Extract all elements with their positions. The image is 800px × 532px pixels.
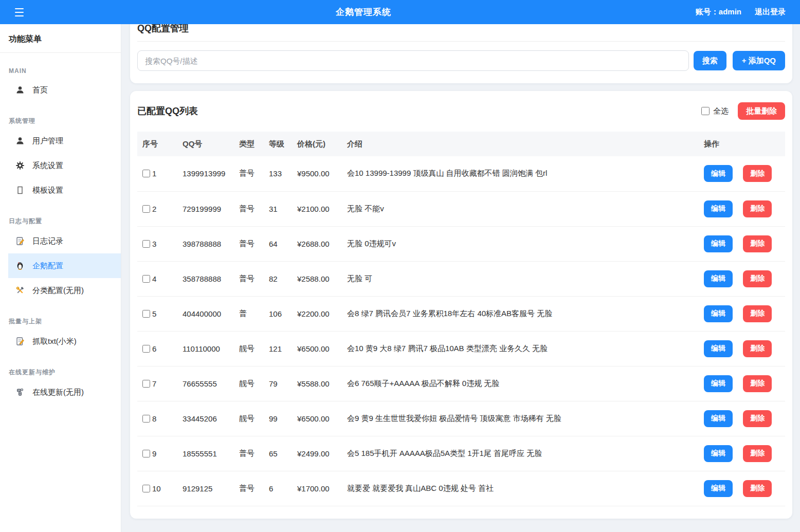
- edit-button[interactable]: 编辑: [704, 375, 733, 392]
- col-qq: QQ号: [177, 132, 234, 156]
- row-index: 10: [152, 484, 161, 493]
- delete-button[interactable]: 删除: [743, 270, 772, 287]
- qq-type: 靓号: [234, 401, 264, 436]
- delete-button[interactable]: 删除: [743, 410, 772, 427]
- sidebar-item-log-records[interactable]: 日志记录: [8, 229, 121, 253]
- qq-list-card: 已配置QQ列表 全选 批量删除 序号 QQ号 类型 等级 价: [130, 91, 792, 519]
- qq-type: 普号: [234, 156, 264, 191]
- edit-button[interactable]: 编辑: [704, 410, 733, 427]
- sidebar-item-settings[interactable]: 系统设置: [8, 153, 121, 178]
- add-qq-button[interactable]: + 添加QQ: [733, 51, 785, 70]
- qq-price: ¥2588.00: [292, 261, 342, 296]
- row-checkbox[interactable]: [142, 345, 150, 353]
- select-all-checkbox[interactable]: [701, 107, 710, 115]
- search-input[interactable]: [137, 50, 689, 71]
- qq-level: 82: [264, 261, 292, 296]
- delete-button[interactable]: 删除: [743, 200, 772, 217]
- qq-description: 会6 765顺子+AAAAA 极品不解释 0违规 无脸: [342, 366, 699, 401]
- logout-link[interactable]: 退出登录: [755, 7, 786, 17]
- row-index: 5: [152, 309, 156, 318]
- qq-level: 106: [264, 296, 292, 331]
- row-checkbox[interactable]: [142, 380, 150, 388]
- row-checkbox[interactable]: [142, 170, 150, 177]
- sidebar-item-template[interactable]: 模板设置: [8, 178, 121, 203]
- sidebar-title: 功能菜单: [0, 24, 121, 53]
- menu-toggle-button[interactable]: [7, 4, 31, 21]
- sidebar-item-category-config[interactable]: 分类配置(无用): [8, 278, 121, 303]
- row-checkbox[interactable]: [142, 240, 150, 248]
- row-checkbox[interactable]: [142, 205, 150, 213]
- edit-button[interactable]: 编辑: [704, 200, 733, 217]
- bulk-delete-button[interactable]: 批量删除: [738, 102, 785, 120]
- delete-button[interactable]: 删除: [743, 165, 772, 182]
- sidebar-item-label: 分类配置(无用): [32, 286, 84, 296]
- qq-price: ¥9500.00: [292, 156, 342, 191]
- qq-price: ¥2499.00: [292, 436, 342, 471]
- qq-type: 普号: [234, 226, 264, 261]
- delete-button[interactable]: 删除: [743, 340, 772, 357]
- qq-level: 64: [264, 226, 292, 261]
- qq-number: 9129125: [177, 471, 234, 506]
- edit-button[interactable]: 编辑: [704, 445, 733, 462]
- sidebar-item-label: 用户管理: [32, 136, 63, 146]
- delete-button[interactable]: 删除: [743, 480, 772, 497]
- table-row: 10 9129125 普号 6 ¥1700.00 就要爱 就要爱我 真山ABC …: [137, 471, 785, 506]
- sidebar-section-batch: 批量与上架: [0, 317, 121, 326]
- qq-description: 无脸 可: [342, 261, 699, 296]
- qq-description: 就要爱 就要爱我 真山ABC 0违规 处号 首社: [342, 471, 699, 506]
- table-row: 7 76655555 靓号 79 ¥5588.00 会6 765顺子+AAAAA…: [137, 366, 785, 401]
- qq-type: 靓号: [234, 366, 264, 401]
- row-checkbox[interactable]: [142, 450, 150, 457]
- sidebar-item-label: 首页: [32, 85, 48, 95]
- edit-button[interactable]: 编辑: [704, 305, 733, 322]
- qq-level: 121: [264, 331, 292, 366]
- row-checkbox[interactable]: [142, 310, 150, 318]
- row-checkbox[interactable]: [142, 275, 150, 283]
- gear-icon: [15, 161, 25, 170]
- qq-number: 398788888: [177, 226, 234, 261]
- delete-button[interactable]: 删除: [743, 305, 772, 322]
- select-all-control[interactable]: 全选: [701, 106, 729, 116]
- table-row: 9 18555551 普号 65 ¥2499.00 会5 185手机开 AAAA…: [137, 436, 785, 471]
- delete-button[interactable]: 删除: [743, 375, 772, 392]
- template-icon: [15, 186, 25, 195]
- row-checkbox[interactable]: [142, 415, 150, 423]
- penguin-icon: [15, 261, 25, 270]
- qq-description: 会10 黄9 大8 绿7 腾讯7 极品10AB 类型漂亮 业务久久 无脸: [342, 331, 699, 366]
- sidebar-item-label: 在线更新(无用): [32, 388, 84, 397]
- sidebar-item-penguin-config[interactable]: 企鹅配置: [8, 253, 121, 278]
- edit-button[interactable]: 编辑: [704, 340, 733, 357]
- user-icon: [15, 136, 25, 145]
- table-row: 3 398788888 普号 64 ¥2688.00 无脸 0违规可v 编辑 删…: [137, 226, 785, 261]
- qq-type: 普: [234, 296, 264, 331]
- table-row: 1 1399913999 普号 133 ¥9500.00 会10 13999-1…: [137, 156, 785, 191]
- sidebar-section-update: 在线更新与维护: [0, 368, 121, 377]
- qq-level: 6: [264, 471, 292, 506]
- qq-description: 会10 13999-13999 顶级真山 自用收藏都不错 圆润饱满 包rl: [342, 156, 699, 191]
- qq-price: ¥6500.00: [292, 331, 342, 366]
- tools-icon: [15, 286, 25, 295]
- sidebar-item-label: 模板设置: [32, 186, 63, 195]
- row-checkbox[interactable]: [142, 485, 150, 492]
- sidebar-item-users[interactable]: 用户管理: [8, 129, 121, 153]
- sidebar-item-home[interactable]: 首页: [8, 78, 121, 102]
- qq-number: 1399913999: [177, 156, 234, 191]
- col-price: 价格(元): [292, 132, 342, 156]
- edit-button[interactable]: 编辑: [704, 165, 733, 182]
- edit-button[interactable]: 编辑: [704, 270, 733, 287]
- delete-button[interactable]: 删除: [743, 445, 772, 462]
- row-index: 7: [152, 379, 156, 388]
- qq-description: 会8 绿7 腾讯会员7 业务累积18年左右 40标准AB客服号 无脸: [342, 296, 699, 331]
- user-icon: [15, 85, 25, 95]
- sidebar-item-grab-txt[interactable]: 抓取txt(小米): [8, 329, 121, 354]
- delete-button[interactable]: 删除: [743, 235, 772, 252]
- sidebar-item-online-update[interactable]: 在线更新(无用): [8, 380, 121, 405]
- qq-type: 普号: [234, 436, 264, 471]
- row-index: 9: [152, 449, 156, 458]
- edit-button[interactable]: 编辑: [704, 480, 733, 497]
- search-button[interactable]: 搜索: [694, 51, 726, 70]
- row-index: 8: [152, 414, 156, 423]
- edit-button[interactable]: 编辑: [704, 235, 733, 252]
- qq-level: 65: [264, 436, 292, 471]
- qq-table: 序号 QQ号 类型 等级 价格(元) 介绍 操作 1 1399913999 普号…: [137, 132, 785, 506]
